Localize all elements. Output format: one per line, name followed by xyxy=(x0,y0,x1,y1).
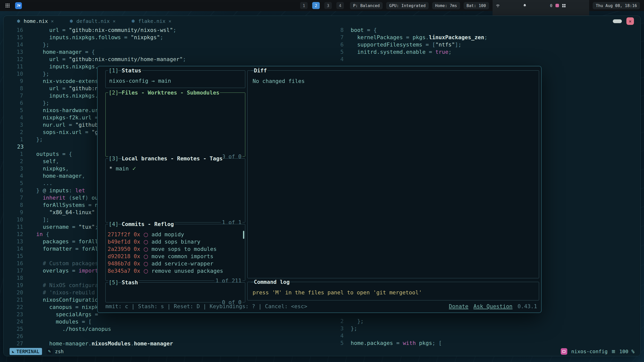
commit-row[interactable]: d9202180x○move common imports xyxy=(108,253,243,260)
branch-list-item[interactable]: * main ✓ xyxy=(106,159,245,222)
commit-row[interactable]: 2717f2f0x○add mopidy xyxy=(108,231,243,238)
arrow-icon: → xyxy=(151,78,155,84)
line-number: 4 xyxy=(9,114,23,121)
ask-question-link[interactable]: Ask Question xyxy=(473,303,512,310)
commit-hash: 2a23950 xyxy=(108,246,131,252)
code-line: 6 supportedFilesystems = ["ntfs"]; xyxy=(331,41,488,48)
recorder-tray-icon[interactable] xyxy=(555,4,559,7)
keybinding-hints: mmit: c | Stash: s | Reset: D | Keybindi… xyxy=(105,303,307,310)
line-number: 24 xyxy=(9,318,23,325)
line-number: 6 xyxy=(9,99,23,107)
code-line: 26 xyxy=(9,333,186,340)
donate-link[interactable]: Donate xyxy=(449,303,468,310)
commit-row[interactable]: 2a239500x○move sops to modules xyxy=(108,245,243,253)
panel-title: Stash xyxy=(122,279,138,286)
shell-indicator[interactable]: ✎ zsh xyxy=(47,348,64,354)
code-line: 16 url = "github:nix-community/nixos-wsl… xyxy=(9,26,186,34)
bell-icon[interactable] xyxy=(523,0,547,17)
editor-tab[interactable]: ❄home.nix× xyxy=(17,18,54,24)
commit-message: move common imports xyxy=(151,253,213,259)
nix-file-icon: ❄ xyxy=(69,18,73,24)
tab-list: ❄home.nix×❄default.nix×❄flake.nix× xyxy=(17,18,187,24)
commit-author: 0x xyxy=(134,253,140,259)
line-number: 13 xyxy=(9,48,23,56)
commit-row[interactable]: b49ef1d0x○add sops binary xyxy=(108,238,243,245)
line-number: 11 xyxy=(9,63,23,70)
commit-row[interactable]: 8e345a70x○remove unused packages xyxy=(108,267,243,275)
system-stat[interactable]: P: Balanced xyxy=(350,2,383,9)
tab-close-icon[interactable]: × xyxy=(113,18,115,24)
line-number: 8 xyxy=(9,201,23,209)
window-close-button[interactable]: × xyxy=(626,17,634,25)
keyboard-layout-badge[interactable]: JW xyxy=(15,2,22,9)
commit-message: add mopidy xyxy=(151,231,184,238)
apps-grid-icon[interactable] xyxy=(4,2,11,9)
commit-hash: 8e345a7 xyxy=(108,268,131,274)
line-number: 14 xyxy=(9,245,23,252)
lazygit-floating-pane: [1]─Status nixos-config → main [2]─Files… xyxy=(97,66,542,313)
tab-close-icon[interactable]: × xyxy=(51,18,54,24)
line-number: 5 xyxy=(9,107,23,114)
status-pills: P: BalancedGPU: IntegratedHome: 7msBat: … xyxy=(350,2,489,9)
workspace-button[interactable]: 4 xyxy=(336,2,344,9)
commit-message: remove unused packages xyxy=(151,268,223,274)
workspace-button[interactable]: 1 xyxy=(300,2,308,9)
terminal-window: ❄home.nix×❄default.nix×❄flake.nix× × 16 … xyxy=(3,16,641,356)
system-stat[interactable]: Home: 7ms xyxy=(432,2,460,9)
pin-toggle[interactable] xyxy=(613,19,622,23)
line-number: 7 xyxy=(9,194,23,201)
commit-hash: 9486b7d xyxy=(108,260,131,267)
lazygit-diff-panel[interactable]: ─Diff No changed files xyxy=(247,70,539,278)
workspace-switcher: 1234 xyxy=(300,2,344,9)
commit-row[interactable]: 9486b7d0x○add service-wrapper xyxy=(108,260,243,267)
lazygit-stash-panel[interactable]: [5]─Stash 0 of 0 xyxy=(105,282,245,302)
clock[interactable]: Thu Aug 08, 18:16 xyxy=(593,2,640,9)
line-number: 5 xyxy=(331,339,344,347)
terminal-mode-icon: ◣ xyxy=(12,349,14,354)
list-icon[interactable]: ≡ xyxy=(612,348,615,355)
workspace-button[interactable]: 3 xyxy=(324,2,332,9)
mode-badge[interactable]: ◣ TERMINAL xyxy=(10,348,42,355)
editor-pane-right-top[interactable]: 8boot = {7 kernelPackages = pkgs.linuxPa… xyxy=(331,26,488,63)
panel-title: Files - Worktrees - Submodules xyxy=(122,89,219,96)
tab-close-icon[interactable]: × xyxy=(169,18,171,24)
line-number: 3 xyxy=(331,325,344,332)
editor-tab[interactable]: ❄default.nix× xyxy=(69,18,116,24)
lazygit-version: 0.43.1 xyxy=(517,303,537,310)
code-line: 5home.packages = with pkgs; [ xyxy=(331,339,442,347)
lazygit-branches-panel[interactable]: [3]─Local branches - Remotes - Tags * ma… xyxy=(105,158,245,222)
line-number: 20 xyxy=(9,289,23,296)
code-line: 4 xyxy=(331,56,488,63)
lazygit-files-panel[interactable]: [2]─Files - Worktrees - Submodules 0 of … xyxy=(105,93,245,157)
commit-graph-icon: ○ xyxy=(144,260,148,267)
system-stat[interactable]: GPU: Integrated xyxy=(386,2,429,9)
code-line: 14 }; xyxy=(9,41,186,48)
tab-label: home.nix xyxy=(24,18,48,24)
lazygit-commits-panel[interactable]: [4]─Commits - Reflog 2717f2f0x○add mopid… xyxy=(105,224,245,281)
line-number: 2 xyxy=(331,318,344,325)
lazygit-status-panel[interactable]: [1]─Status nixos-config → main xyxy=(105,70,245,88)
system-stat[interactable]: Bat: 100 xyxy=(464,2,489,9)
wifi-icon[interactable] xyxy=(496,0,520,17)
tab-bar: ❄home.nix×❄default.nix×❄flake.nix× × xyxy=(4,16,640,26)
line-number: 7 xyxy=(9,92,23,99)
line-number: 21 xyxy=(9,296,23,303)
commit-graph-icon: ○ xyxy=(144,253,148,259)
code-line: 25 ./hosts/canopus xyxy=(9,325,186,333)
line-number: 6 xyxy=(9,187,23,194)
commit-message: add sops binary xyxy=(151,239,200,245)
desktop-wallpaper: JW 1234 P: BalancedGPU: IntegratedHome: … xyxy=(0,0,644,362)
grid-tray-icon[interactable] xyxy=(562,0,586,17)
code-line: 7 kernelPackages = pkgs.linuxPackages_ze… xyxy=(331,34,488,41)
window-controls: × xyxy=(613,17,634,25)
workspace-button[interactable]: 2 xyxy=(312,2,320,9)
commits-scrollbar[interactable] xyxy=(243,231,244,239)
tab-label: flake.nix xyxy=(138,18,165,24)
line-number: 2 xyxy=(9,158,23,165)
editor-pane-right-bottom[interactable]: 2 };3};45home.packages = with pkgs; [ xyxy=(331,318,442,347)
line-number: 12 xyxy=(9,231,23,238)
line-number: 25 xyxy=(9,325,23,333)
lazygit-command-log-panel[interactable]: ─Command log press 'M' in the files pane… xyxy=(247,282,539,300)
editor-tab[interactable]: ❄flake.nix× xyxy=(131,18,172,24)
code-line: 4 xyxy=(331,332,442,339)
